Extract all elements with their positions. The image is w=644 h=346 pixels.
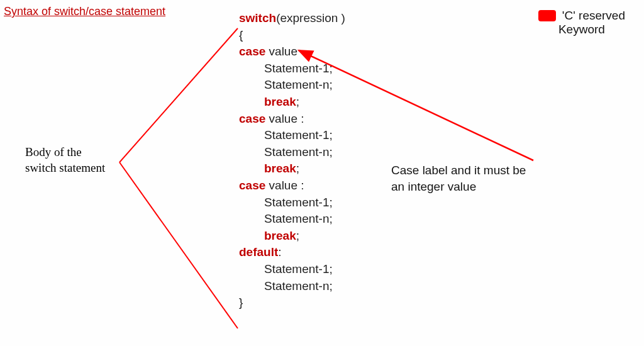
case-value: value : [265, 179, 304, 192]
break-keyword: break [264, 229, 296, 242]
legend-color-swatch [538, 10, 556, 21]
open-brace: { [239, 27, 345, 44]
statement-n: Statement-n; [239, 278, 345, 295]
statement-1: Statement-1; [239, 60, 345, 77]
diagram-title: Syntax of switch/case statement [4, 5, 165, 18]
case-annotation-line2: an integer value [391, 179, 526, 195]
semicolon: ; [296, 162, 299, 175]
case-keyword: case [239, 179, 265, 192]
case-keyword: case [239, 112, 265, 125]
case-keyword: case [239, 45, 265, 58]
expression-text: (expression ) [276, 11, 345, 25]
body-bracket-bottom [119, 162, 238, 328]
legend-text-line1: 'C' reserved [562, 9, 625, 23]
body-bracket-top [119, 28, 238, 162]
statement-1: Statement-1; [239, 261, 345, 278]
code-block: switch(expression ) { case value Stateme… [239, 10, 345, 311]
default-keyword: default [239, 245, 278, 259]
case-value: value [265, 45, 297, 58]
statement-n: Statement-n; [239, 211, 345, 228]
legend-text-line2: Keyword [558, 23, 605, 36]
case-annotation: Case label and it must be an integer val… [391, 162, 526, 194]
statement-n: Statement-n; [239, 77, 345, 94]
body-annotation-line2: switch statement [25, 160, 105, 176]
switch-keyword: switch [239, 11, 276, 25]
statement-1: Statement-1; [239, 127, 345, 144]
close-brace: } [239, 294, 345, 311]
body-annotation: Body of the switch statement [25, 145, 105, 176]
break-keyword: break [264, 95, 296, 108]
break-keyword: break [264, 162, 296, 175]
case-annotation-line1: Case label and it must be [391, 162, 526, 179]
colon: : [278, 245, 281, 259]
semicolon: ; [296, 95, 299, 108]
body-annotation-line1: Body of the [25, 145, 105, 160]
statement-n: Statement-n; [239, 144, 345, 161]
case-value: value : [265, 112, 304, 125]
statement-1: Statement-1; [239, 194, 345, 211]
legend: 'C' reserved Keyword [538, 9, 625, 36]
semicolon: ; [296, 229, 299, 242]
